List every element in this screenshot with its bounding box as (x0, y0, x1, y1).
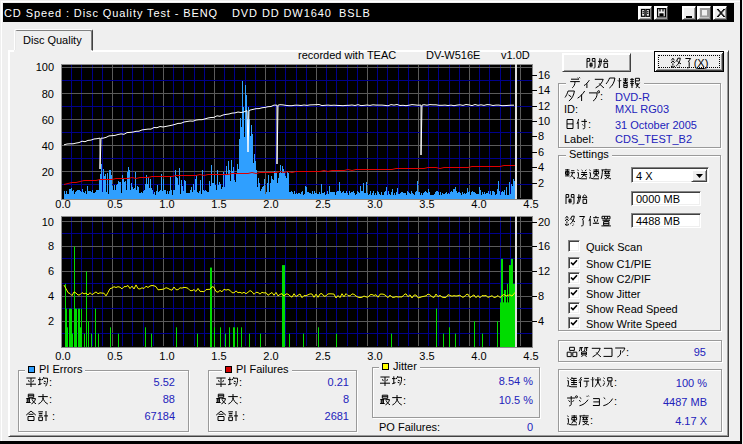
svg-text:0.5: 0.5 (107, 350, 122, 362)
svg-text:2.0: 2.0 (263, 350, 278, 362)
svg-text:2.5: 2.5 (315, 350, 330, 362)
svg-text:40: 40 (42, 140, 54, 152)
svg-text:8: 8 (538, 290, 544, 302)
svg-text:6: 6 (538, 146, 544, 158)
svg-text:1.5: 1.5 (211, 198, 226, 210)
svg-text:60: 60 (42, 114, 54, 126)
svg-text:10: 10 (42, 216, 54, 228)
svg-text:1.5: 1.5 (211, 350, 226, 362)
svg-text:3.5: 3.5 (419, 350, 434, 362)
svg-text:2.5: 2.5 (315, 198, 330, 210)
svg-text:16: 16 (538, 240, 550, 252)
svg-text:100: 100 (36, 61, 54, 73)
svg-text:4.5: 4.5 (523, 198, 538, 210)
svg-text:4.0: 4.0 (471, 198, 486, 210)
svg-text:14: 14 (538, 84, 550, 96)
svg-text:2: 2 (48, 315, 54, 327)
svg-text:1.0: 1.0 (159, 198, 174, 210)
svg-text:1.0: 1.0 (159, 350, 174, 362)
svg-text:0.0: 0.0 (55, 198, 70, 210)
svg-text:10: 10 (538, 115, 550, 127)
svg-text:4: 4 (538, 161, 544, 173)
svg-text:20: 20 (42, 166, 54, 178)
svg-text:0.0: 0.0 (55, 350, 70, 362)
svg-text:20: 20 (538, 216, 550, 228)
svg-text:2.0: 2.0 (263, 198, 278, 210)
svg-text:12: 12 (538, 265, 550, 277)
svg-text:16: 16 (538, 69, 550, 81)
svg-text:4.5: 4.5 (523, 350, 538, 362)
svg-text:3.5: 3.5 (419, 198, 434, 210)
svg-text:3.0: 3.0 (367, 198, 382, 210)
svg-text:6: 6 (48, 265, 54, 277)
svg-text:0.5: 0.5 (107, 198, 122, 210)
svg-text:2: 2 (538, 177, 544, 189)
svg-text:8: 8 (48, 240, 54, 252)
svg-text:12: 12 (538, 100, 550, 112)
svg-text:80: 80 (42, 88, 54, 100)
svg-text:4.0: 4.0 (471, 350, 486, 362)
svg-text:8: 8 (538, 130, 544, 142)
svg-text:4: 4 (48, 290, 54, 302)
svg-text:4: 4 (538, 315, 544, 327)
